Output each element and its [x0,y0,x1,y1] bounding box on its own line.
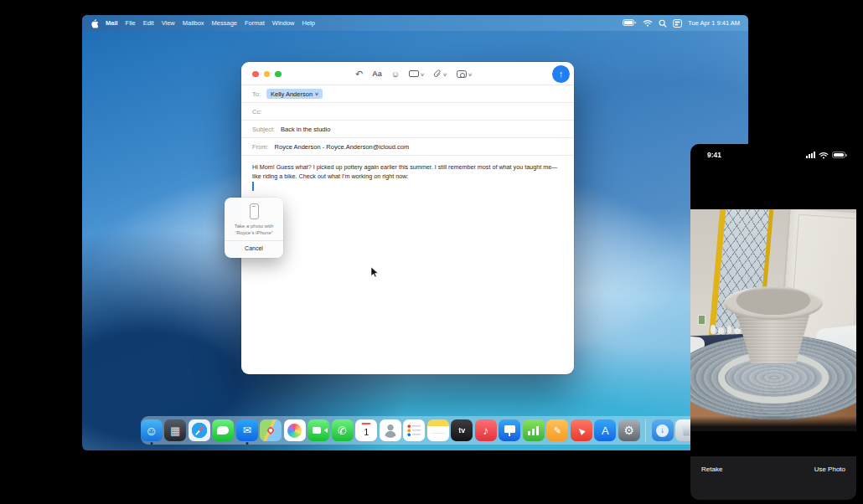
dock-appstore-icon[interactable]: A [594,419,616,441]
captured-photo-preview [690,209,856,431]
battery-icon[interactable] [623,19,637,27]
subject-value: Back in the studio [281,126,330,133]
from-field[interactable]: From: Royce Anderson - Royce.Anderson@ic… [241,138,574,156]
use-photo-button[interactable]: Use Photo [814,465,845,500]
settings-glyph: ⚙ [623,424,634,436]
menu-item-window[interactable]: Window [272,19,295,27]
dock-divider [645,419,646,442]
wifi-icon[interactable] [643,19,653,27]
photo-vase [718,327,724,334]
menu-item-view[interactable]: View [162,19,175,27]
photo-bottom-shadow [690,416,856,431]
dock-finder-icon[interactable]: ☺ [141,419,163,441]
cc-field[interactable]: Cc: [241,103,574,121]
search-icon[interactable] [659,19,667,28]
dock-mail-icon[interactable]: ✉ [236,419,258,441]
camera-action-bar: Retake Use Photo [690,456,856,500]
photo-browser-button[interactable]: ∨ [409,70,424,78]
to-label: To: [252,90,261,98]
cc-label: Cc: [252,108,261,116]
iphone-camera-screen: 9:41 Retake Use Photo [690,144,856,500]
tv-glyph: tv [458,427,465,435]
token-chevron-icon: ∨ [314,91,319,96]
mail-glyph: ✉ [243,425,251,435]
facetime-glyph [313,427,321,434]
mail-compose-window: ↶ Aa ☺ ∨ ∨ ∨ ↑ To: Kel [241,62,574,374]
from-label: From: [252,143,269,151]
downloads-glyph: ↓ [656,424,669,437]
popover-message-line2: “Royce’s iPhone” [235,229,273,236]
mac-desktop-wallpaper: Mail File Edit View Mailbox Message Form… [82,15,748,450]
close-button[interactable] [252,71,259,78]
dock-music-icon[interactable]: ♪ [475,419,497,441]
dock-phone-icon[interactable]: ✆ [332,419,354,441]
recipient-token[interactable]: Kelly Anderson ∨ [266,89,323,99]
take-photo-popover: Take a photo with “Royce’s iPhone” Cance… [225,198,283,258]
undo-icon[interactable]: ↶ [355,69,363,80]
dock-downloads-icon[interactable]: ↓ [652,419,674,441]
iphone-battery-icon [832,152,845,158]
from-value: Royce Anderson - Royce.Anderson@icloud.c… [275,143,410,151]
photo-browser-icon [409,70,419,78]
photo-small-frame [698,315,705,325]
iphone-wifi-icon [819,152,829,159]
paperclip-icon [433,69,442,79]
dock-maps-icon[interactable] [260,419,282,441]
dock-rocket-icon[interactable]: ▲ [571,419,592,441]
dock: ☺▦✉✆1tv♪✎▲A⚙↓ [141,416,697,445]
window-title-bar[interactable]: ↶ Aa ☺ ∨ ∨ ∨ ↑ [241,62,574,85]
menu-item-format[interactable]: Format [245,19,265,27]
subject-field[interactable]: Subject: Back in the studio [241,121,574,138]
dock-calendar-icon[interactable]: 1 [355,419,377,441]
numbers-glyph [528,426,540,435]
dock-tv-icon[interactable]: tv [451,419,473,441]
control-center-icon[interactable] [673,19,682,28]
contacts-glyph [383,423,398,438]
dock-facetime-icon[interactable] [307,419,329,441]
photos-glyph [287,424,302,438]
dock-contacts-icon[interactable] [380,419,401,441]
launchpad-glyph: ▦ [170,425,180,436]
subject-label: Subject: [252,126,275,133]
menu-item-file[interactable]: File [126,19,136,27]
emoji-picker-icon[interactable]: ☺ [391,69,400,79]
reminders-glyph [407,424,421,437]
cellular-signal-icon [806,152,815,158]
dock-keynote-icon[interactable] [499,419,520,441]
keynote-glyph [504,425,515,433]
dock-safari-icon[interactable] [189,419,210,441]
apple-menu-icon[interactable] [90,19,98,28]
format-text-button[interactable]: Aa [372,69,382,78]
message-body-editor[interactable]: Hi Mom! Guess what? I picked up pottery … [241,156,574,189]
retake-button[interactable]: Retake [701,465,722,500]
menu-item-mail[interactable]: Mail [106,19,118,27]
menu-item-help[interactable]: Help [302,19,314,27]
minimize-button[interactable] [264,71,271,78]
attach-file-button[interactable]: ∨ [433,69,447,79]
dock-reminders-icon[interactable] [403,419,425,441]
dock-pages-icon[interactable]: ✎ [546,419,568,441]
menu-item-edit[interactable]: Edit [143,19,154,27]
menu-bar-clock[interactable]: Tue Apr 1 9:41 AM [688,19,740,27]
music-glyph: ♪ [483,424,488,436]
menu-item-message[interactable]: Message [212,19,237,27]
dock-numbers-icon[interactable] [523,419,545,441]
dock-settings-icon[interactable]: ⚙ [618,419,640,441]
cancel-button[interactable]: Cancel [245,241,263,255]
dock-photos-icon[interactable] [284,419,306,441]
menu-bar: Mail File Edit View Mailbox Message Form… [82,15,748,31]
send-button[interactable]: ↑ [552,65,570,83]
dock-notes-icon[interactable] [427,419,449,441]
menu-item-mailbox[interactable]: Mailbox [183,19,204,27]
finder-glyph: ☺ [145,424,158,437]
photo-clay-pot [724,286,823,370]
iphone-outline-icon [250,203,259,219]
to-field[interactable]: To: Kelly Anderson ∨ [241,85,574,103]
dock-messages-icon[interactable] [212,419,234,441]
insert-from-iphone-button[interactable]: ∨ [457,70,472,78]
zoom-button[interactable] [275,71,282,78]
phone-glyph: ✆ [338,425,347,436]
pages-glyph: ✎ [554,426,561,435]
mouse-cursor [371,266,379,281]
dock-launchpad-icon[interactable]: ▦ [164,419,186,441]
